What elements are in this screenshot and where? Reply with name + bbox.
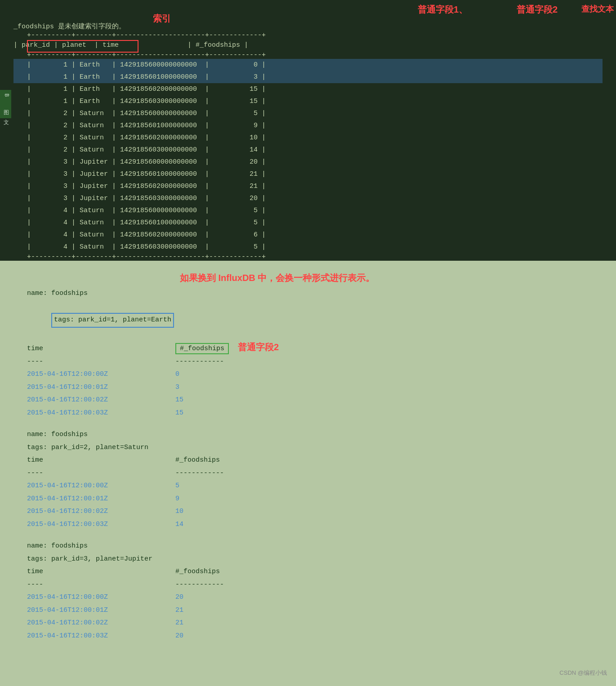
csdn-watermark: CSDN @编程小钱 — [559, 669, 607, 677]
table-data-row: | 2 | Saturn | 1429185602000000000 | 10 … — [13, 132, 603, 144]
table-data-row: | 1 | Earth | 1429185603000000000 | 15 | — [13, 95, 603, 107]
influx-data-row: 2015-04-16T12:00:01Z3 — [27, 381, 589, 394]
influx-annotation: 如果换到 InfluxDB 中，会换一种形式进行表示。 — [180, 272, 375, 284]
group2-col-headers: time #_foodships — [27, 454, 589, 467]
influx-row-time: 2015-04-16T12:00:02Z — [27, 505, 175, 518]
table-data-row: | 4 | Saturn | 1429185602000000000 | 6 | — [13, 229, 603, 241]
influx-row-time: 2015-04-16T12:00:02Z — [27, 617, 175, 630]
group2-col-dashes: ---- ------------ — [27, 467, 589, 480]
influx-row-value: 15 — [175, 394, 183, 407]
terminal-section: 索引 普通字段1、 普通字段2 查找文本 _foodships 是未创建索引字段… — [0, 0, 616, 261]
influx-row-time: 2015-04-16T12:00:02Z — [27, 394, 175, 407]
annotation-putong2-top: 普通字段2 — [517, 4, 558, 16]
influx-row-time: 2015-04-16T12:00:01Z — [27, 604, 175, 617]
group1-foodships-col: #_foodships 普通字段2 — [175, 341, 279, 354]
group1-time-header: time — [27, 343, 175, 356]
group3-col-headers: time #_foodships — [27, 566, 589, 579]
table-data-rows: | 1 | Earth | 1429185600000000000 | 0 ||… — [13, 59, 603, 253]
group2-name: name: foodships — [27, 428, 589, 441]
influx-row-time: 2015-04-16T12:00:00Z — [27, 591, 175, 604]
group1-data-rows: 2015-04-16T12:00:00Z02015-04-16T12:00:01… — [27, 368, 589, 419]
influx-row-value: 21 — [175, 604, 183, 617]
influxdb-section: 如果换到 InfluxDB 中，会换一种形式进行表示。 name: foodsh… — [0, 261, 616, 649]
spacer-1 — [27, 419, 589, 428]
group1-col-dashes: ---- ------------ — [27, 356, 589, 369]
table-data-row: | 3 | Jupiter | 1429185603000000000 | 20… — [13, 192, 603, 205]
table-separator-bottom: +----------+---------+------------------… — [13, 253, 603, 261]
annotation-chaxun: 查找文本 — [581, 4, 614, 14]
table-data-row: | 3 | Jupiter | 1429185601000000000 | 21… — [13, 168, 603, 180]
annotation-suoyin: 索引 — [153, 13, 171, 25]
table-data-row: | 3 | Jupiter | 1429185600000000000 | 20… — [13, 156, 603, 168]
group1-tags-line: tags: park_id=1, planet=Earth — [27, 300, 589, 341]
table-data-row: | 2 | Saturn | 1429185601000000000 | 9 | — [13, 120, 603, 132]
table-data-row: | 2 | Saturn | 1429185603000000000 | 14 … — [13, 144, 603, 156]
influx-row-value: 9 — [175, 493, 179, 506]
group3-col-dashes: ---- ------------ — [27, 579, 589, 592]
group1-col-headers: time #_foodships 普通字段2 — [27, 341, 589, 356]
group2-foodships-header: #_foodships — [175, 454, 220, 467]
group1-time-dashes: ---- — [27, 356, 175, 369]
spacer-2 — [27, 531, 589, 540]
influx-data-row: 2015-04-16T12:00:02Z15 — [27, 394, 589, 407]
group3-foodships-header: #_foodships — [175, 566, 220, 579]
influx-data-row: 2015-04-16T12:00:00Z20 — [27, 591, 589, 604]
sql-table: +----------+---------+------------------… — [0, 31, 616, 261]
group2-tags: tags: park_id=2, planet=Saturn — [27, 441, 589, 454]
influx-row-time: 2015-04-16T12:00:03Z — [27, 630, 175, 643]
group1-tags-box: tags: park_id=1, planet=Earth — [51, 313, 174, 328]
influx-row-time: 2015-04-16T12:00:03Z — [27, 518, 175, 531]
table-data-row: | 4 | Saturn | 1429185600000000000 | 5 | — [13, 205, 603, 217]
side-panel: B 图 文 — [0, 90, 11, 118]
influx-data-row: 2015-04-16T12:00:01Z21 — [27, 604, 589, 617]
table-data-row: | 1 | Earth | 1429185601000000000 | 3 | — [13, 71, 603, 83]
group2-time-header: time — [27, 454, 175, 467]
influx-data-row: 2015-04-16T12:00:01Z9 — [27, 493, 589, 506]
table-separator-after-header: +----------+---------+------------------… — [13, 51, 603, 59]
group2-data-rows: 2015-04-16T12:00:00Z52015-04-16T12:00:01… — [27, 480, 589, 531]
table-data-row: | 4 | Saturn | 1429185603000000000 | 5 | — [13, 241, 603, 253]
group3-time-header: time — [27, 566, 175, 579]
terminal-header-text: _foodships 是未创建索引字段的。 — [0, 20, 616, 31]
group3-time-dashes: ---- — [27, 579, 175, 592]
influx-row-value: 0 — [175, 368, 179, 381]
putong2-annotation: 普通字段2 — [238, 341, 279, 353]
influx-data-row: 2015-04-16T12:00:00Z5 — [27, 480, 589, 493]
group3-name: name: foodships — [27, 540, 589, 553]
group2-foodships-dashes: ------------ — [175, 467, 224, 480]
side-icon-b[interactable]: B — [2, 94, 9, 97]
influx-row-value: 20 — [175, 630, 183, 643]
influx-group-3: name: foodships tags: park_id=3, planet=… — [27, 540, 589, 642]
table-data-row: | 1 | Earth | 1429185602000000000 | 15 | — [13, 83, 603, 95]
influx-data-row: 2015-04-16T12:00:02Z10 — [27, 505, 589, 518]
influx-annotation-container: 如果换到 InfluxDB 中，会换一种形式进行表示。 — [27, 267, 589, 284]
group1-foodships-header-box: #_foodships — [175, 343, 229, 354]
influx-row-time: 2015-04-16T12:00:03Z — [27, 407, 175, 420]
group1-foodships-dashes: ------------ — [175, 356, 224, 369]
group3-data-rows: 2015-04-16T12:00:00Z202015-04-16T12:00:0… — [27, 591, 589, 642]
influx-row-value: 15 — [175, 407, 183, 420]
influx-data-row: 2015-04-16T12:00:02Z21 — [27, 617, 589, 630]
influx-row-value: 20 — [175, 591, 183, 604]
annotation-putong1: 普通字段1、 — [418, 4, 468, 16]
influx-row-time: 2015-04-16T12:00:01Z — [27, 493, 175, 506]
group1-name: name: foodships — [27, 287, 589, 300]
table-header-cols: | park_id | planet | time | #_foodships … — [13, 39, 603, 51]
influx-data-row: 2015-04-16T12:00:03Z14 — [27, 518, 589, 531]
influx-row-time: 2015-04-16T12:00:00Z — [27, 368, 175, 381]
influx-row-value: 3 — [175, 381, 179, 394]
group3-tags: tags: park_id=3, planet=Jupiter — [27, 553, 589, 566]
influx-row-value: 14 — [175, 518, 183, 531]
influx-group-1: name: foodships tags: park_id=1, planet=… — [27, 287, 589, 419]
influx-data-row: 2015-04-16T12:00:03Z15 — [27, 407, 589, 420]
table-data-row: | 2 | Saturn | 1429185600000000000 | 5 | — [13, 107, 603, 120]
influx-data-row: 2015-04-16T12:00:00Z0 — [27, 368, 589, 381]
table-data-row: | 1 | Earth | 1429185600000000000 | 0 | — [13, 59, 603, 71]
table-separator-top: +----------+---------+------------------… — [13, 31, 603, 39]
group3-foodships-dashes: ------------ — [175, 579, 224, 592]
table-data-row: | 4 | Saturn | 1429185601000000000 | 5 | — [13, 217, 603, 229]
group2-time-dashes: ---- — [27, 467, 175, 480]
influx-group-2: name: foodships tags: park_id=2, planet=… — [27, 428, 589, 531]
influx-row-value: 21 — [175, 617, 183, 630]
table-data-row: | 3 | Jupiter | 1429185602000000000 | 21… — [13, 180, 603, 192]
